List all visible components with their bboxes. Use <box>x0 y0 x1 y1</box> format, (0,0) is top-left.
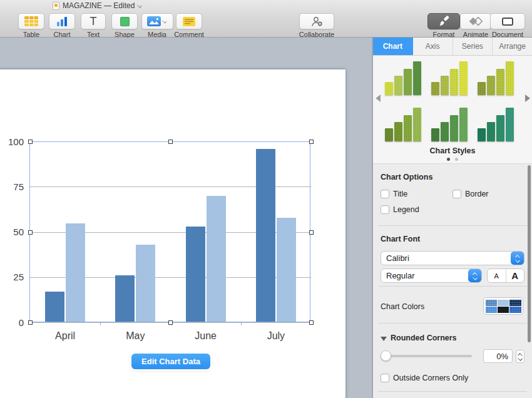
font-size-control: A A <box>487 268 524 283</box>
media-chevron-down-icon <box>163 19 166 23</box>
styles-prev-arrow-icon[interactable] <box>376 94 381 102</box>
style-bar <box>459 61 468 95</box>
title-checkbox[interactable] <box>381 190 389 198</box>
selection-handle-8[interactable] <box>309 320 314 325</box>
document-title-text: MAGAZINE — Edited <box>63 1 135 10</box>
style-bar <box>450 115 458 141</box>
outside-corners-checkbox-row: Outside Corners Only <box>381 374 468 382</box>
chart-style-thumbnail-teal-dotted[interactable] <box>476 108 516 141</box>
chart-style-thumbnail-moss-dotted[interactable] <box>476 61 516 95</box>
chart-colors-swatch-button[interactable] <box>483 297 523 315</box>
styles-next-arrow-icon[interactable] <box>525 94 530 102</box>
chart-selection-border <box>29 141 310 322</box>
tab-arrange[interactable]: Arrange <box>493 38 532 55</box>
outside-corners-checkbox[interactable] <box>381 374 389 382</box>
font-family-select[interactable]: Calibri <box>381 251 524 265</box>
y-axis-label-75: 75 <box>0 181 24 192</box>
format-button[interactable]: Format <box>426 13 461 38</box>
style-bar <box>487 122 495 141</box>
style-bar <box>404 69 412 95</box>
tab-axis[interactable]: Axis <box>413 38 453 55</box>
selection-handle-1[interactable] <box>28 140 33 144</box>
document-title[interactable]: MAGAZINE — Edited <box>53 1 142 10</box>
rounded-corners-stepper[interactable] <box>516 350 524 363</box>
tab-series[interactable]: Series <box>453 38 493 55</box>
comment-button[interactable]: Comment <box>170 13 208 38</box>
rounded-corners-slider-knob[interactable] <box>381 350 391 361</box>
border-checkbox[interactable] <box>453 190 461 198</box>
media-icon <box>147 16 161 26</box>
swatch-cell <box>498 300 509 306</box>
edit-chart-data-button[interactable]: Edit Chart Data <box>131 354 210 369</box>
text-button[interactable]: T Text <box>76 13 110 38</box>
swatch-cell <box>486 307 497 313</box>
document-canvas: 0255075100AprilMayJuneJuly Edit Chart Da… <box>0 38 372 398</box>
y-axis-label-25: 25 <box>0 272 24 282</box>
chart-style-thumbnail-green-solid[interactable] <box>383 61 423 95</box>
chart-area: 0255075100AprilMayJuneJuly <box>0 38 372 398</box>
format-panel: Chart Axis Series Arrange Chart Styles C… <box>373 38 532 398</box>
font-family-stepper-icon[interactable] <box>511 252 524 265</box>
animate-diamonds-icon <box>468 16 483 26</box>
chart-button[interactable]: Chart <box>44 13 79 38</box>
style-bar <box>441 76 449 95</box>
y-axis-label-100: 100 <box>0 136 24 147</box>
page-dot-2[interactable] <box>455 158 458 161</box>
chart-style-grid <box>383 61 516 141</box>
document-button[interactable]: Document <box>489 13 526 38</box>
selection-handle-2[interactable] <box>168 140 173 144</box>
collaborate-button[interactable]: Collaborate <box>293 13 340 38</box>
divider <box>378 391 527 392</box>
selection-handle-5[interactable] <box>309 230 314 235</box>
selection-handle-7[interactable] <box>168 320 173 325</box>
x-axis-tick <box>241 323 242 325</box>
selection-handle-3[interactable] <box>309 140 314 144</box>
selection-handle-4[interactable] <box>28 230 33 235</box>
document-icon <box>502 18 513 26</box>
legend-checkbox-row: Legend <box>381 205 419 214</box>
chart-style-thumbnail-forest-dotted[interactable] <box>429 108 469 141</box>
table-button[interactable]: Table <box>14 13 49 38</box>
chart-colors-swatch-grid <box>486 300 521 313</box>
font-size-decrease-button[interactable]: A <box>488 269 506 282</box>
style-bar <box>496 69 504 95</box>
x-axis-tick <box>100 323 101 325</box>
x-axis-label-june: June <box>171 330 241 342</box>
toolbar: MAGAZINE — Edited Table <box>0 0 532 38</box>
title-checkbox-row: Title <box>381 190 407 198</box>
styles-page-dots[interactable] <box>373 158 532 161</box>
font-style-select[interactable]: Regular <box>381 268 482 283</box>
style-bar <box>431 128 439 141</box>
animate-button[interactable]: Animate <box>459 13 493 38</box>
page-dot-1[interactable] <box>447 158 450 161</box>
chart-style-thumbnail-olive-dotted[interactable] <box>429 61 469 95</box>
style-bar <box>506 108 514 141</box>
chart-font-header: Chart Font <box>381 235 420 243</box>
title-chevron-down-icon[interactable] <box>138 4 142 8</box>
swatch-cell <box>486 300 497 306</box>
style-bar <box>413 108 421 141</box>
document-proxy-icon <box>53 2 59 10</box>
panel-scrollbar[interactable] <box>528 165 531 342</box>
selection-handle-6[interactable] <box>28 320 33 325</box>
rounded-corners-value-field[interactable]: 0% <box>483 349 513 363</box>
chart-style-thumbnail-dark-olive-dotted[interactable] <box>383 108 423 141</box>
chart-styles-section: Chart Styles <box>373 56 532 164</box>
tab-chart[interactable]: Chart <box>373 38 413 55</box>
style-bar <box>385 82 393 95</box>
style-bar <box>394 76 402 95</box>
chart-colors-label: Chart Colors <box>381 302 424 311</box>
font-size-increase-button[interactable]: A <box>506 269 524 282</box>
chart-styles-label: Chart Styles <box>373 146 532 155</box>
rounded-corners-slider-track[interactable] <box>381 355 472 357</box>
collaborate-icon <box>310 16 324 27</box>
legend-checkbox[interactable] <box>381 205 389 214</box>
y-axis-label-0: 0 <box>0 317 24 328</box>
paintbrush-icon <box>437 15 450 28</box>
x-axis-label-may: May <box>100 330 170 342</box>
rounded-corners-disclosure-icon[interactable] <box>381 337 387 341</box>
app-window: MAGAZINE — Edited Table <box>0 0 532 398</box>
x-axis-label-july: July <box>241 330 311 342</box>
chart-icon <box>56 16 68 26</box>
font-style-stepper-icon[interactable] <box>468 269 481 282</box>
